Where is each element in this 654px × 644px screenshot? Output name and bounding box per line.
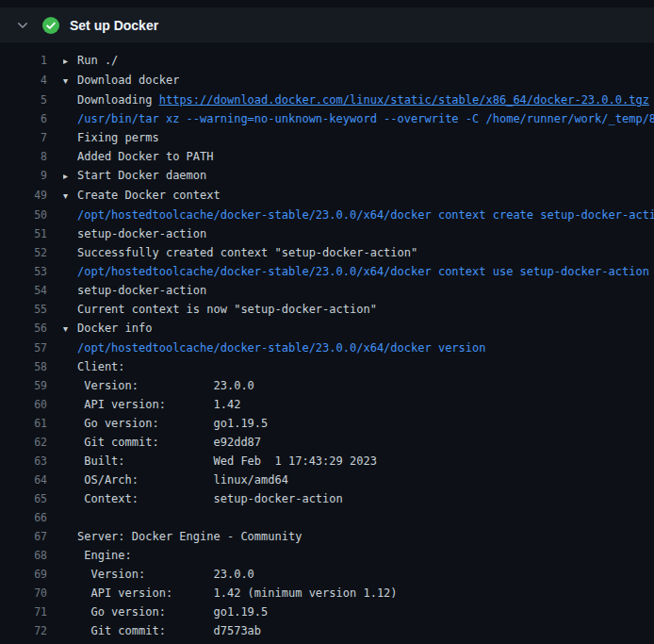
log-text: Git commit: e92dd87 (77, 436, 261, 449)
log-line: 71 Go version: go1.19.5 (0, 603, 654, 621)
line-number[interactable]: 69 (0, 565, 47, 584)
group-collapsed-icon[interactable]: ▸ (63, 52, 77, 71)
line-number[interactable]: 68 (0, 546, 47, 565)
line-number[interactable]: 60 (0, 395, 47, 414)
log-line-text: setup-docker-action (63, 281, 206, 300)
line-number[interactable]: 70 (0, 584, 47, 603)
log-text: Go version: go1.19.5 (77, 605, 268, 619)
log-line: 4▾Download docker (0, 71, 654, 91)
log-text: Successfully created context "setup-dock… (77, 246, 417, 259)
log-line: 69 Version: 23.0.0 (0, 565, 654, 584)
log-line: 54setup-docker-action (0, 281, 654, 300)
line-number[interactable]: 61 (0, 414, 47, 433)
line-number[interactable]: 6 (0, 109, 47, 128)
log-line: 7Fixing perms (0, 128, 654, 147)
line-number[interactable]: 51 (0, 224, 47, 243)
log-text: setup-docker-action (77, 284, 206, 297)
line-number[interactable]: 65 (0, 489, 47, 508)
log-line-text: API version: 1.42 (63, 395, 240, 414)
log-line: 68 Engine: (0, 546, 654, 565)
log-text: Start Docker daemon (77, 169, 206, 182)
log-line: 59 Version: 23.0.0 (0, 376, 654, 395)
log-line: 1▸Run ./ (0, 51, 654, 71)
log-text: Fixing perms (77, 131, 159, 144)
line-number[interactable]: 56 (0, 319, 47, 339)
line-number[interactable]: 59 (0, 376, 47, 395)
log-line-text: /opt/hostedtoolcache/docker-stable/23.0.… (63, 262, 649, 281)
log-text: setup-docker-action (77, 227, 206, 240)
log-text: Current context is now "setup-docker-act… (77, 303, 377, 316)
line-number[interactable]: 66 (0, 508, 47, 527)
log-line-text: Current context is now "setup-docker-act… (63, 300, 377, 319)
log-line: 60 API version: 1.42 (0, 395, 654, 414)
log-text: Version: 23.0.0 (77, 568, 254, 581)
log-viewer: 1▸Run ./4▾Download docker5Downloading ht… (0, 42, 654, 640)
line-number[interactable]: 63 (0, 452, 47, 471)
log-line-text: Git commit: d7573ab (63, 621, 261, 640)
line-number[interactable]: 71 (0, 603, 47, 621)
line-number[interactable]: 57 (0, 339, 47, 357)
log-line: 67Server: Docker Engine - Community (0, 527, 654, 546)
log-command-text: /opt/hostedtoolcache/docker-stable/23.0.… (77, 208, 654, 222)
line-number[interactable]: 53 (0, 262, 47, 281)
log-line-text: /opt/hostedtoolcache/docker-stable/23.0.… (63, 206, 654, 224)
log-text: API version: 1.42 (77, 398, 240, 411)
group-expanded-icon[interactable]: ▾ (63, 320, 77, 339)
line-number[interactable]: 9 (0, 166, 47, 186)
log-line: 64 OS/Arch: linux/amd64 (0, 471, 654, 489)
log-line: 6/usr/bin/tar xz --warning=no-unknown-ke… (0, 109, 654, 128)
log-line-text: Go version: go1.19.5 (63, 414, 268, 433)
line-number[interactable]: 52 (0, 243, 47, 262)
line-number[interactable]: 1 (0, 51, 47, 71)
log-line-text: /usr/bin/tar xz --warning=no-unknown-key… (63, 109, 654, 128)
group-expanded-icon[interactable]: ▾ (63, 187, 77, 206)
chevron-down-icon[interactable] (15, 18, 30, 33)
log-text: API version: 1.42 (minimum version 1.12) (77, 586, 398, 600)
log-line-text: Go version: go1.19.5 (63, 603, 268, 621)
log-line: 50/opt/hostedtoolcache/docker-stable/23.… (0, 206, 654, 224)
log-line: 65 Context: setup-docker-action (0, 489, 654, 508)
step-header[interactable]: Set up Docker (0, 8, 654, 42)
line-number[interactable]: 62 (0, 433, 47, 452)
log-line-text: Server: Docker Engine - Community (63, 527, 302, 546)
line-number[interactable]: 50 (0, 206, 47, 224)
line-number[interactable]: 49 (0, 186, 47, 206)
log-line: 55Current context is now "setup-docker-a… (0, 300, 654, 319)
success-check-icon (42, 17, 59, 34)
log-line: 5Downloading https://download.docker.com… (0, 91, 654, 109)
log-line-text: Engine: (63, 546, 132, 565)
log-line: 70 API version: 1.42 (minimum version 1.… (0, 584, 654, 603)
line-number[interactable]: 58 (0, 357, 47, 376)
log-line: 9▸Start Docker daemon (0, 166, 654, 186)
line-number[interactable]: 4 (0, 71, 47, 91)
log-text: Engine: (77, 549, 132, 562)
line-number[interactable]: 5 (0, 91, 47, 109)
line-number[interactable]: 67 (0, 527, 47, 546)
log-text: Added Docker to PATH (77, 150, 214, 163)
log-group-header: ▾Download docker (63, 71, 179, 91)
group-collapsed-icon[interactable]: ▸ (63, 167, 77, 186)
line-number[interactable]: 8 (0, 147, 47, 166)
log-line-text: Added Docker to PATH (63, 147, 214, 166)
log-command-text: /usr/bin/tar xz --warning=no-unknown-key… (77, 112, 654, 125)
log-text: Git commit: d7573ab (77, 624, 261, 637)
log-line: 66 (0, 508, 654, 527)
group-expanded-icon[interactable]: ▾ (63, 72, 77, 91)
log-line: 53/opt/hostedtoolcache/docker-stable/23.… (0, 262, 654, 281)
log-line: 72 Git commit: d7573ab (0, 621, 654, 640)
log-line-text: Version: 23.0.0 (63, 565, 254, 584)
log-group-header: ▸Run ./ (63, 51, 118, 71)
log-line-text (63, 508, 77, 527)
line-number[interactable]: 7 (0, 128, 47, 147)
log-text: Create Docker context (77, 189, 221, 202)
log-text: Download docker (77, 74, 179, 87)
log-line-text: Successfully created context "setup-dock… (63, 243, 417, 262)
log-line: 62 Git commit: e92dd87 (0, 433, 654, 452)
log-url-link[interactable]: https://download.docker.com/linux/static… (159, 93, 649, 107)
line-number[interactable]: 72 (0, 621, 47, 640)
log-line: 8Added Docker to PATH (0, 147, 654, 166)
line-number[interactable]: 64 (0, 471, 47, 489)
log-text: Downloading (77, 93, 159, 107)
line-number[interactable]: 55 (0, 300, 47, 319)
line-number[interactable]: 54 (0, 281, 47, 300)
